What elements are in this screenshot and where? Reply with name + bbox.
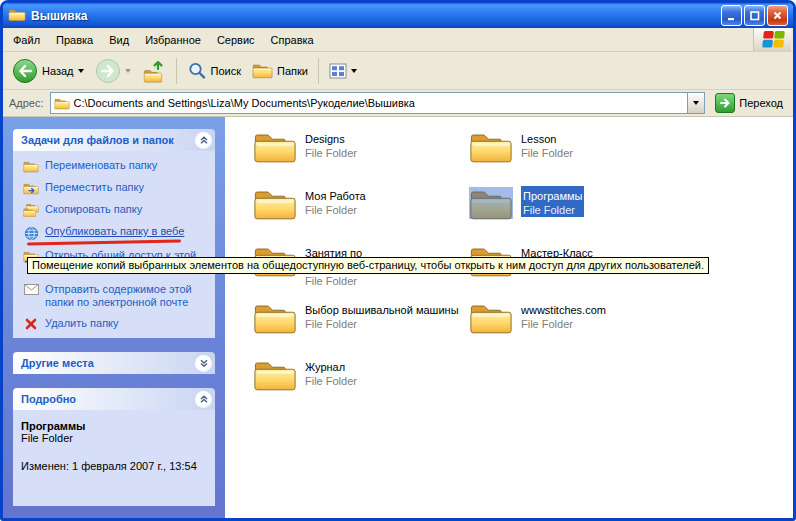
go-label: Переход	[739, 97, 783, 109]
folder-item-designs[interactable]: Designs File Folder	[253, 129, 459, 186]
address-value: C:\Documents and Settings\Liza\My Docume…	[74, 97, 415, 109]
details-type: File Folder	[21, 432, 207, 444]
toolbar-separator	[318, 58, 319, 84]
address-folder-icon	[54, 97, 70, 110]
folder-item-programmy-selected[interactable]: Программы File Folder	[469, 186, 675, 243]
menu-tools[interactable]: Сервис	[209, 30, 263, 50]
windows-logo-icon	[753, 28, 791, 51]
folder-name: Программы	[521, 189, 584, 203]
task-label: Переместить папку	[45, 181, 144, 194]
up-button[interactable]	[137, 56, 171, 86]
folder-name: Lesson	[521, 132, 573, 146]
forward-button[interactable]	[90, 55, 136, 87]
chevron-up-icon[interactable]	[195, 132, 212, 149]
folder-item-moya-rabota[interactable]: Моя Работа File Folder	[253, 186, 459, 243]
folder-icon	[253, 129, 297, 164]
address-input[interactable]: C:\Documents and Settings\Liza\My Docume…	[50, 92, 706, 114]
back-icon	[12, 58, 38, 84]
folder-item-wwwstitches[interactable]: wwwstitches.com File Folder	[469, 300, 675, 357]
details-name: Программы	[21, 420, 207, 432]
folder-item-lesson[interactable]: Lesson File Folder	[469, 129, 675, 186]
folder-icon	[253, 357, 297, 392]
search-label: Поиск	[211, 65, 241, 77]
folder-labels: wwwstitches.com File Folder	[521, 300, 606, 331]
back-button[interactable]: Назад	[7, 55, 89, 87]
task-label: Переименовать папку	[45, 159, 157, 172]
menubar: Файл Правка Вид Избранное Сервис Справка	[3, 28, 793, 52]
folder-name: Моя Работа	[305, 189, 366, 203]
folders-label: Папки	[277, 65, 308, 77]
task-delete-folder[interactable]: Удалить папку	[23, 317, 211, 330]
explorer-window: Вышивка Файл Правка Вид Избранное Сервис…	[0, 0, 796, 521]
task-rename-folder[interactable]: Переименовать папку	[23, 159, 211, 173]
views-dropdown-icon[interactable]	[351, 69, 357, 73]
address-dropdown-button[interactable]	[687, 93, 704, 113]
section-title: Задачи для файлов и папок	[21, 134, 174, 146]
details-section: Подробно Программы File Folder Изменен: …	[13, 388, 215, 506]
task-pane: Задачи для файлов и папок Переименовать …	[3, 117, 225, 518]
other-places-section: Другие места	[13, 352, 215, 374]
folder-labels: Журнал File Folder	[305, 357, 357, 388]
task-copy-folder[interactable]: Скопировать папку	[23, 203, 211, 217]
back-label: Назад	[42, 65, 74, 77]
minimize-button[interactable]	[721, 5, 742, 26]
folder-type: File Folder	[305, 374, 357, 388]
folder-labels: Моя Работа File Folder	[305, 186, 366, 217]
chevron-down-icon	[693, 101, 699, 105]
folder-item-vybor-mashiny[interactable]: Выбор вышивальной машины File Folder	[253, 300, 459, 357]
close-button[interactable]	[767, 5, 788, 26]
go-arrow-icon	[715, 93, 735, 113]
views-button[interactable]	[324, 60, 362, 82]
menu-view[interactable]: Вид	[101, 30, 137, 50]
folder-name: wwwstitches.com	[521, 303, 606, 317]
folder-name: Журнал	[305, 360, 357, 374]
titlebar[interactable]: Вышивка	[3, 3, 793, 28]
back-dropdown-icon[interactable]	[78, 69, 84, 73]
menu-edit[interactable]: Правка	[48, 30, 101, 50]
task-move-folder[interactable]: Переместить папку	[23, 181, 211, 195]
go-button[interactable]: Переход	[711, 93, 787, 113]
folder-type: File Folder	[305, 146, 357, 160]
toolbar: Назад Поиск Папки	[3, 52, 793, 90]
publish-web-icon	[23, 225, 39, 241]
folder-icon	[253, 186, 297, 221]
folder-icon	[469, 300, 513, 335]
window-title: Вышивка	[31, 9, 87, 23]
task-label: Скопировать папку	[45, 203, 142, 216]
search-button[interactable]: Поиск	[182, 58, 246, 84]
details-header[interactable]: Подробно	[13, 388, 215, 410]
chevron-up-icon[interactable]	[195, 391, 212, 408]
task-label: Опубликовать папку в вебе	[45, 225, 184, 238]
rename-folder-icon	[23, 159, 39, 173]
menu-file[interactable]: Файл	[5, 30, 48, 50]
folder-labels: Designs File Folder	[305, 129, 357, 160]
other-places-header[interactable]: Другие места	[13, 352, 215, 374]
folder-content: Designs File Folder Lesson File Folder М…	[225, 117, 793, 518]
menu-help[interactable]: Справка	[263, 30, 322, 50]
folder-name: Designs	[305, 132, 357, 146]
folder-labels: Программы File Folder	[521, 186, 584, 217]
email-icon	[23, 283, 39, 295]
address-label: Адрес:	[9, 97, 44, 109]
toolbar-separator	[176, 58, 177, 84]
task-publish-folder-web[interactable]: Опубликовать папку в вебе	[23, 225, 211, 241]
file-folder-tasks-header[interactable]: Задачи для файлов и папок	[13, 129, 215, 151]
folder-name: Выбор вышивальной машины	[305, 303, 459, 317]
folders-button[interactable]: Папки	[247, 59, 313, 82]
search-icon	[187, 61, 207, 81]
details-modified: Изменен: 1 февраля 2007 г., 13:54	[21, 460, 207, 472]
maximize-button[interactable]	[744, 5, 765, 26]
folder-item-zhurnal[interactable]: Журнал File Folder	[253, 357, 459, 414]
task-email-folder[interactable]: Отправить содержимое этой папки по элект…	[23, 283, 211, 309]
views-icon	[329, 63, 347, 79]
task-label: Удалить папку	[45, 317, 119, 330]
folder-type: File Folder	[521, 317, 606, 331]
details-panel: Программы File Folder Изменен: 1 февраля…	[13, 410, 215, 506]
chevron-down-icon[interactable]	[195, 355, 212, 372]
forward-dropdown-icon[interactable]	[125, 69, 131, 73]
folder-type: File Folder	[305, 203, 366, 217]
folder-type: File Folder	[305, 317, 459, 331]
delete-icon	[23, 317, 39, 330]
task-label: Отправить содержимое этой папки по элект…	[45, 283, 211, 309]
menu-favorites[interactable]: Избранное	[137, 30, 209, 50]
